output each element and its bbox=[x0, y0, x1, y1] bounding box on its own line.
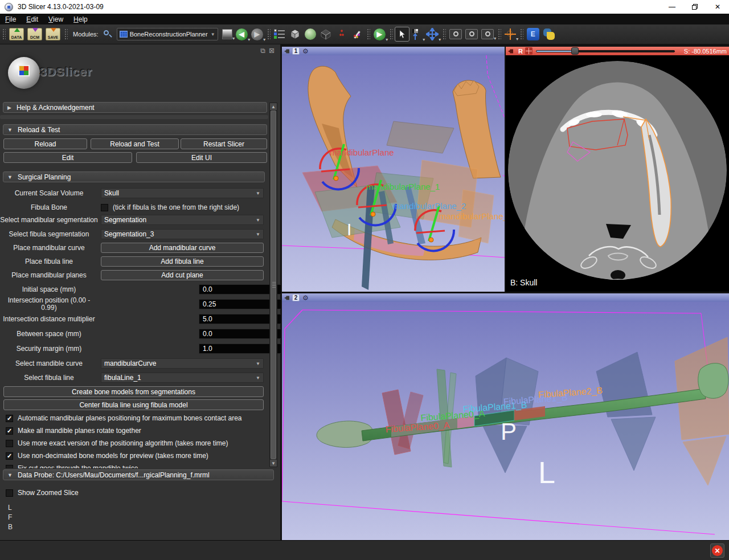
menu-help[interactable]: Help bbox=[68, 14, 93, 24]
close-button[interactable]: ✕ bbox=[706, 0, 729, 14]
panel-float-icon[interactable]: ⧉ bbox=[260, 47, 265, 55]
scene-view-icon[interactable] bbox=[465, 29, 478, 39]
section-reload-test[interactable]: ▼ Reload & Test bbox=[3, 124, 267, 135]
slice-link-icon[interactable] bbox=[525, 47, 533, 55]
toolbar-grip[interactable] bbox=[2, 28, 6, 40]
red-slice-canvas[interactable]: B: Skull bbox=[506, 55, 729, 292]
toolbar-grip[interactable] bbox=[366, 28, 370, 40]
pin-icon[interactable] bbox=[284, 295, 290, 301]
extensions-manager-icon[interactable]: E bbox=[527, 28, 539, 40]
views-cube-icon[interactable] bbox=[289, 28, 301, 40]
save-scene-icon[interactable]: SAVE bbox=[46, 28, 60, 40]
fibula-segmentation-combo[interactable]: Segmentation_3 ▼ bbox=[101, 229, 264, 239]
gear-icon[interactable]: ⚙ bbox=[302, 47, 309, 55]
center-fibula-line-button[interactable]: Center fibula line using fibula model bbox=[3, 399, 264, 410]
planes-rotate-together-checkbox[interactable]: ✓ bbox=[6, 427, 13, 435]
pin-icon[interactable] bbox=[284, 48, 290, 54]
window-level-icon[interactable]: ▼ bbox=[411, 28, 423, 40]
toolbar-grip[interactable] bbox=[389, 28, 393, 40]
section-surgical-planning[interactable]: ▼ Surgical Planning bbox=[3, 171, 265, 182]
add-cut-plane-button[interactable]: Add cut plane bbox=[101, 270, 264, 280]
restart-slicer-button[interactable]: Restart Slicer bbox=[181, 138, 267, 149]
current-scalar-volume-combo[interactable]: Skull ▼ bbox=[101, 188, 264, 198]
minimize-button[interactable]: — bbox=[661, 0, 683, 14]
help-collapsed-content bbox=[0, 115, 268, 119]
layout-selector-icon[interactable] bbox=[274, 28, 285, 40]
threed-view-1-canvas[interactable]: mandibularPlane mandibularPlane_1 mandib… bbox=[282, 55, 505, 292]
mandible-curve-combo[interactable]: mandibularCurve ▼ bbox=[101, 358, 264, 369]
form-row: Between space (mm) 0.0 ▲▼ bbox=[0, 329, 269, 339]
python-console-icon[interactable] bbox=[543, 28, 555, 40]
auto-planes-positioning-checkbox[interactable]: ✓ bbox=[6, 415, 13, 422]
menu-file[interactable]: File bbox=[0, 14, 21, 24]
edit-button[interactable]: Edit bbox=[3, 152, 132, 163]
slider-track-left bbox=[536, 50, 576, 52]
toolbar-grip[interactable] bbox=[497, 28, 501, 40]
edit-ui-button[interactable]: Edit UI bbox=[136, 152, 267, 163]
form-row: Initial space (mm) 0.0 ▲▼ bbox=[0, 284, 269, 295]
scrollbar-thumb[interactable] bbox=[271, 111, 276, 459]
crop-volume-icon[interactable] bbox=[320, 28, 332, 40]
orientation-marker-p: P bbox=[501, 418, 517, 445]
load-data-icon[interactable]: DATA bbox=[9, 28, 24, 40]
chevron-down-icon: ▼ bbox=[256, 375, 260, 381]
fix-cut-twice-checkbox[interactable] bbox=[6, 465, 13, 469]
slicer-window: 3D Slicer 4.13.0-2021-03-09 — ✕ File Edi… bbox=[0, 0, 729, 560]
module-history-icon[interactable] bbox=[222, 29, 232, 39]
panel-scrollbar[interactable]: ▲ ▼ bbox=[269, 103, 277, 467]
mouse-interaction-icon[interactable] bbox=[395, 27, 409, 42]
module-forward-icon[interactable]: ▶ bbox=[251, 28, 263, 40]
dicom-icon[interactable]: DCM bbox=[27, 28, 42, 40]
apply-icon[interactable]: ▶ bbox=[374, 28, 386, 40]
pin-icon[interactable] bbox=[508, 48, 514, 54]
slice-offset-slider[interactable] bbox=[536, 47, 675, 55]
fibula-3d-scene[interactable]: FibulaPlane0_A FibulaPlane0_A FibulaPlan… bbox=[282, 302, 729, 540]
add-fibula-line-button[interactable]: Add fibula line bbox=[101, 256, 264, 267]
toolbar-grip[interactable] bbox=[64, 28, 68, 40]
scroll-up-icon[interactable]: ▲ bbox=[270, 103, 277, 110]
annotations-icon[interactable] bbox=[351, 28, 363, 40]
threed-view-1-header[interactable]: 1 ⚙ bbox=[282, 47, 505, 55]
volume-rendering-icon[interactable] bbox=[305, 28, 316, 40]
threed-view-2-canvas[interactable]: FibulaPlane0_A FibulaPlane0_A FibulaPlan… bbox=[282, 302, 729, 540]
add-mandibular-curve-button[interactable]: Add mandibular curve bbox=[101, 243, 264, 253]
fibula-bone-checkbox[interactable] bbox=[101, 204, 108, 211]
fibula-line-combo[interactable]: fibulaLine_1 ▼ bbox=[101, 373, 264, 383]
chevron-down-icon: ▼ bbox=[256, 191, 260, 196]
menu-view[interactable]: View bbox=[43, 14, 68, 24]
scroll-down-icon[interactable]: ▼ bbox=[270, 460, 277, 467]
slider-handle[interactable] bbox=[571, 47, 579, 55]
mandible-3d-scene[interactable]: mandibularPlane mandibularPlane_1 mandib… bbox=[282, 55, 505, 292]
reload-button[interactable]: Reload bbox=[3, 138, 87, 149]
show-zoomed-slice-checkbox[interactable] bbox=[6, 489, 13, 497]
module-back-icon[interactable]: ◀ bbox=[236, 28, 248, 40]
module-search-icon[interactable] bbox=[103, 30, 112, 39]
restore-button[interactable] bbox=[683, 0, 706, 14]
section-help-acknowledgement[interactable]: ▶ Help & Acknowledgement bbox=[3, 102, 267, 113]
module-selector-combo[interactable]: BoneReconstructionPlanner ▼ bbox=[117, 28, 218, 40]
reload-and-test-button[interactable]: Reload and Test bbox=[91, 138, 179, 149]
gear-icon[interactable]: ⚙ bbox=[302, 294, 309, 302]
create-bone-models-button[interactable]: Create bone models from segmentations bbox=[3, 386, 264, 397]
form-row: Security margin (mm) 1.0 ▲▼ bbox=[0, 344, 269, 354]
toolbar-grip[interactable] bbox=[442, 28, 446, 40]
markups-icon[interactable]: *** bbox=[335, 30, 348, 38]
mandibular-segmentation-combo[interactable]: Segmentation ▼ bbox=[101, 215, 264, 225]
screenshot-icon[interactable] bbox=[449, 29, 462, 39]
module-selected-label: BoneReconstructionPlanner bbox=[130, 31, 208, 38]
ct-axial-slice[interactable]: B: Skull bbox=[506, 55, 729, 292]
toolbar-grip[interactable] bbox=[267, 28, 271, 40]
crosshair-icon[interactable] bbox=[505, 28, 516, 40]
transform-interaction-icon[interactable]: ▼ bbox=[426, 28, 439, 40]
panel-close-icon[interactable]: ⊠ bbox=[269, 47, 275, 55]
exact-positioning-checkbox[interactable] bbox=[6, 440, 13, 447]
restore-scene-view-icon[interactable] bbox=[481, 29, 494, 39]
toolbar-grip[interactable] bbox=[519, 28, 523, 40]
red-slice-header[interactable]: R S: -80.0516mm bbox=[506, 47, 729, 55]
background-volume-label: B: Skull bbox=[510, 278, 537, 287]
section-data-probe[interactable]: ▼ Data Probe: C:/Users/Mau/Documents/f..… bbox=[3, 469, 274, 480]
menu-edit[interactable]: Edit bbox=[21, 14, 43, 24]
non-decimated-models-checkbox[interactable]: ✓ bbox=[6, 452, 13, 460]
threed-view-2-header[interactable]: 2 ⚙ bbox=[282, 293, 729, 302]
error-log-button[interactable]: ✕ bbox=[710, 543, 724, 558]
